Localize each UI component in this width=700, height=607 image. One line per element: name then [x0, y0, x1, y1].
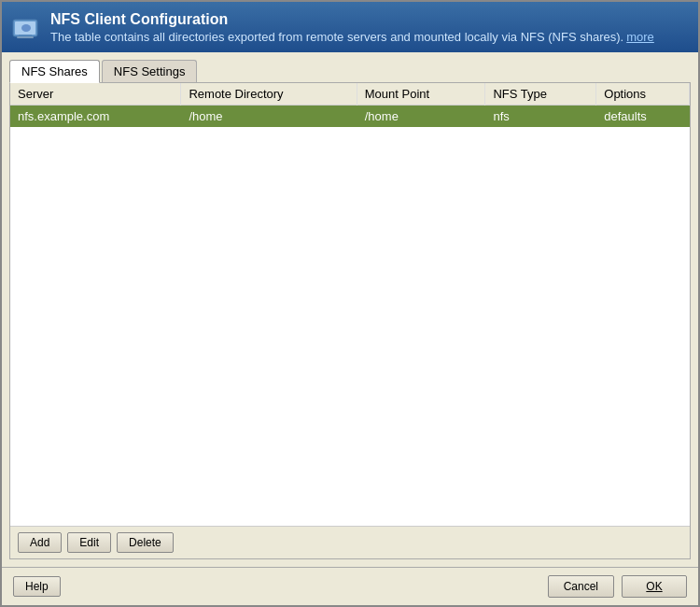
svg-rect-2 — [19, 35, 32, 36]
bottom-right-buttons: Cancel OK — [548, 575, 687, 598]
title-block: NFS Client Configuration The table conta… — [50, 11, 654, 44]
col-header-mount-point: Mount Point — [357, 83, 485, 106]
tab-nfs-shares[interactable]: NFS Shares — [9, 60, 100, 83]
col-header-remote-directory: Remote Directory — [181, 83, 357, 106]
cancel-button[interactable]: Cancel — [548, 575, 614, 598]
ok-button[interactable]: OK — [622, 575, 687, 598]
app-icon — [11, 12, 41, 42]
col-header-nfs-type: NFS Type — [485, 83, 596, 106]
edit-button[interactable]: Edit — [67, 532, 111, 553]
shares-table-container: Server Remote Directory Mount Point NFS … — [10, 83, 690, 526]
svg-rect-3 — [17, 36, 34, 38]
app-subtitle: The table contains all directories expor… — [50, 30, 654, 44]
tab-bar: NFS Shares NFS Settings — [9, 60, 691, 83]
cell-nfs_type: nfs — [485, 106, 596, 128]
add-button[interactable]: Add — [18, 532, 62, 553]
tab-nfs-settings[interactable]: NFS Settings — [102, 60, 198, 83]
app-title: NFS Client Configuration — [50, 11, 654, 28]
more-link[interactable]: more — [626, 30, 654, 44]
svg-point-4 — [21, 24, 31, 32]
title-bar: NFS Client Configuration The table conta… — [2, 2, 698, 52]
table-header-row: Server Remote Directory Mount Point NFS … — [10, 83, 690, 106]
tab-content-nfs-shares: Server Remote Directory Mount Point NFS … — [9, 82, 691, 559]
table-footer: Add Edit Delete — [10, 526, 690, 558]
main-window: NFS Client Configuration The table conta… — [0, 0, 700, 607]
shares-table: Server Remote Directory Mount Point NFS … — [10, 83, 690, 127]
col-header-options: Options — [596, 83, 690, 106]
help-button[interactable]: Help — [13, 576, 61, 597]
col-header-server: Server — [10, 83, 181, 106]
content-area: NFS Shares NFS Settings Server Remote Di… — [2, 52, 698, 567]
table-row[interactable]: nfs.example.com/home/homenfsdefaults — [10, 106, 690, 128]
cell-server: nfs.example.com — [10, 106, 181, 128]
bottom-bar: Help Cancel OK — [2, 567, 698, 605]
cell-options: defaults — [596, 106, 690, 128]
delete-button[interactable]: Delete — [117, 532, 174, 553]
cell-mount_point: /home — [357, 106, 485, 128]
cell-remote_directory: /home — [181, 106, 357, 128]
